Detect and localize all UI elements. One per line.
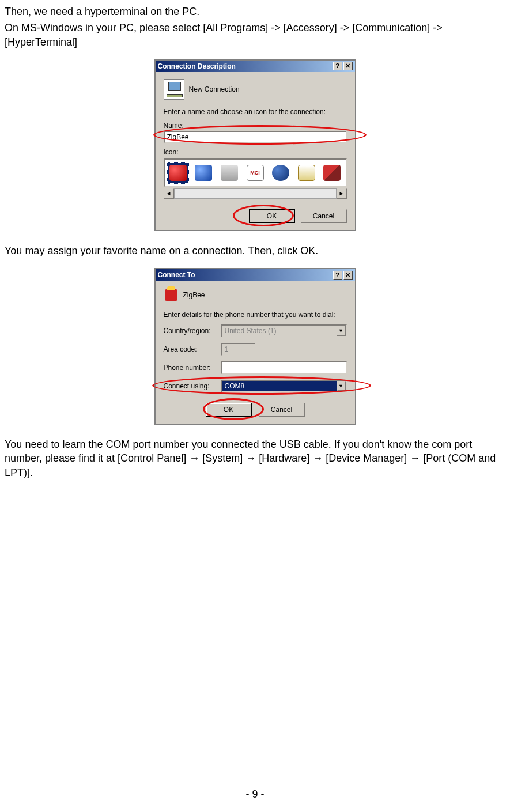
icon-option-6[interactable] <box>295 162 318 184</box>
icon-option-3[interactable] <box>218 162 241 184</box>
intro-line-1: Then, we need a hyperterminal on the PC. <box>5 5 505 18</box>
cancel-button[interactable]: Cancel <box>259 403 305 417</box>
mid-paragraph: You may assign your favorite name on a c… <box>5 244 505 258</box>
icon-label: Icon: <box>164 148 347 156</box>
connect-to-dialog: Connect To ? ✕ ZigBee Enter details for … <box>154 268 356 425</box>
page-number: - 9 - <box>0 788 510 800</box>
dialog1-titlebar: Connection Description ? ✕ <box>156 61 355 72</box>
help-button[interactable]: ? <box>333 271 342 280</box>
area-code-label: Area code: <box>164 345 221 353</box>
dialog1-prompt: Enter a name and choose an icon for the … <box>164 108 347 116</box>
dialog2-prompt: Enter details for the phone number that … <box>164 311 347 319</box>
connect-using-value: COM8 <box>225 382 245 390</box>
name-label: Name: <box>164 122 347 130</box>
intro-line-2: On MS-Windows in your PC, please select … <box>5 21 505 49</box>
ok-button[interactable]: OK <box>206 403 252 417</box>
help-button[interactable]: ? <box>333 62 342 70</box>
new-connection-icon <box>164 79 184 100</box>
icon-option-7[interactable] <box>321 162 343 184</box>
connect-using-combo[interactable]: COM8 ▼ <box>221 380 347 392</box>
connect-using-label: Connect using: <box>164 382 221 390</box>
close-button[interactable]: ✕ <box>343 62 353 70</box>
icon-option-2[interactable] <box>192 162 215 184</box>
icon-scrollbar[interactable]: ◄ ► <box>164 188 347 199</box>
final-paragraph: You need to learn the COM port number yo… <box>5 437 505 479</box>
dialog2-title: Connect To <box>158 271 332 279</box>
country-label: Country/region: <box>164 327 221 335</box>
connection-icon <box>164 288 179 303</box>
scroll-left-button[interactable]: ◄ <box>164 188 174 199</box>
dialog1-title: Connection Description <box>158 62 332 70</box>
country-value: United States (1) <box>225 327 277 335</box>
phone-label: Phone number: <box>164 364 221 372</box>
connection-name: ZigBee <box>183 291 205 299</box>
chevron-down-icon[interactable]: ▼ <box>337 381 346 391</box>
icon-option-1[interactable] <box>167 162 190 184</box>
area-code-input <box>221 343 256 356</box>
icon-selector[interactable]: MCI <box>164 158 347 187</box>
phone-input[interactable] <box>221 361 347 374</box>
dialog2-titlebar: Connect To ? ✕ <box>156 269 355 281</box>
scroll-right-button[interactable]: ► <box>337 188 347 199</box>
connection-description-dialog: Connection Description ? ✕ New Connectio… <box>154 59 356 231</box>
icon-option-5[interactable] <box>270 162 292 184</box>
ok-button[interactable]: OK <box>249 209 295 223</box>
country-combo: United States (1) ▼ <box>221 324 347 337</box>
cancel-button[interactable]: Cancel <box>301 209 347 223</box>
chevron-down-icon: ▼ <box>337 326 346 336</box>
new-connection-label: New Connection <box>189 85 240 93</box>
icon-option-4[interactable]: MCI <box>244 162 266 184</box>
name-input[interactable] <box>164 131 347 143</box>
close-button[interactable]: ✕ <box>343 271 353 280</box>
